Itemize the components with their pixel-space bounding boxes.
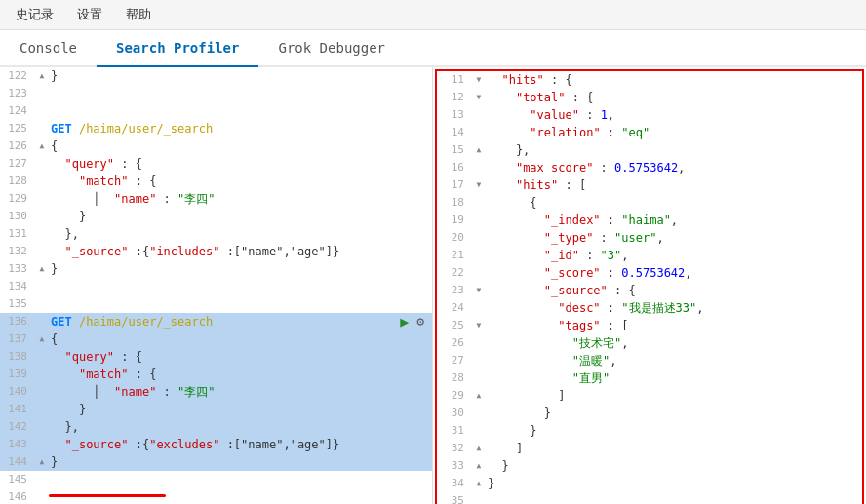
code-line: 135	[0, 295, 432, 313]
line-text: "query" : {	[49, 348, 432, 366]
line-text: "query" : {	[49, 155, 432, 173]
fold-marker[interactable]: ▼	[472, 176, 486, 194]
output-line: 14 "relation" : "eq"	[437, 124, 862, 141]
line-text: "温暖",	[486, 352, 862, 369]
code-line: 127 "query" : {	[0, 155, 432, 173]
code-line: 133▲}	[0, 260, 432, 278]
fold-marker[interactable]: ▲	[472, 141, 486, 159]
line-number: 23	[437, 282, 472, 299]
menu-help[interactable]: 帮助	[122, 4, 155, 25]
fold-marker[interactable]: ▲	[35, 260, 49, 278]
output-line: 25▼ "tags" : [	[437, 317, 862, 334]
fold-marker[interactable]: ▲	[35, 67, 49, 85]
line-text: "tags" : [	[486, 317, 862, 334]
code-line: 123	[0, 85, 432, 102]
line-number: 20	[437, 229, 472, 247]
fold-marker[interactable]: ▲	[472, 475, 486, 492]
wrench-icon[interactable]: ⚙	[416, 313, 424, 330]
output-line: 29▲ ]	[437, 387, 862, 405]
line-number: 145	[0, 471, 35, 488]
code-line: 143 "_source" :{"excludes" :["name","age…	[0, 436, 432, 453]
tab-search-profiler[interactable]: Search Profiler	[97, 30, 258, 65]
line-text: "_score" : 0.5753642,	[486, 264, 862, 282]
output-highlight-border: 11▼ "hits" : {12▼ "total" : {13 "value" …	[435, 69, 864, 504]
play-button[interactable]: ▶	[400, 313, 409, 330]
tab-console[interactable]: Console	[0, 30, 97, 65]
fold-marker[interactable]: ▲	[35, 137, 49, 155]
output-line: 33▲ }	[437, 457, 862, 475]
code-line: 145	[0, 471, 432, 488]
fold-marker[interactable]: ▲	[472, 457, 486, 475]
fold-marker[interactable]: ▲	[35, 453, 49, 471]
line-number: 17	[437, 176, 472, 194]
line-number: 141	[0, 401, 35, 418]
output-line: 16 "max_score" : 0.5753642,	[437, 159, 862, 176]
output-line: 27 "温暖",	[437, 352, 862, 369]
line-text: },	[49, 225, 432, 243]
output-panel: 11▼ "hits" : {12▼ "total" : {13 "value" …	[433, 67, 866, 504]
line-number: 143	[0, 436, 35, 453]
line-number: 12	[437, 89, 472, 106]
line-text: }	[49, 453, 432, 471]
line-number: 125	[0, 120, 35, 137]
line-text: │ "name" : "李四"	[49, 383, 432, 401]
code-line: 136GET /haima/user/_search▶⚙	[0, 313, 432, 330]
code-line: 134	[0, 278, 432, 295]
line-number: 129	[0, 190, 35, 208]
line-text: "直男"	[486, 369, 862, 387]
tab-grok-debugger[interactable]: Grok Debugger	[258, 30, 405, 65]
line-number: 135	[0, 295, 35, 313]
fold-marker[interactable]: ▲	[472, 387, 486, 405]
output-line: 19 "_index" : "haima",	[437, 212, 862, 229]
output-line: 32▲ ]	[437, 440, 862, 457]
line-number: 140	[0, 383, 35, 401]
fold-marker[interactable]: ▲	[472, 440, 486, 457]
line-text: "_source" :{"includes" :["name","age"]}	[49, 243, 432, 260]
fold-marker[interactable]: ▼	[472, 71, 486, 89]
code-line: 140 │ "name" : "李四"	[0, 383, 432, 401]
code-line: 139 "match" : {	[0, 366, 432, 383]
fold-marker[interactable]: ▼	[472, 317, 486, 334]
menu-settings[interactable]: 设置	[73, 4, 106, 25]
code-line: 137▲{	[0, 330, 432, 348]
line-text: "match" : {	[49, 173, 432, 190]
fold-marker[interactable]: ▼	[472, 89, 486, 106]
line-text: "_source" : {	[486, 282, 862, 299]
line-number: 30	[437, 405, 472, 422]
output-line: 35	[437, 492, 862, 504]
line-number: 21	[437, 247, 472, 264]
code-line: 132 "_source" :{"includes" :["name","age…	[0, 243, 432, 260]
output-line: 24 "desc" : "我是描述33",	[437, 299, 862, 317]
line-number: 11	[437, 71, 472, 89]
line-number: 123	[0, 85, 35, 102]
line-number: 31	[437, 422, 472, 440]
line-number: 130	[0, 208, 35, 225]
line-text: "hits" : {	[486, 71, 862, 89]
line-text: "hits" : [	[486, 176, 862, 194]
fold-marker[interactable]: ▼	[472, 282, 486, 299]
code-line: 138 "query" : {	[0, 348, 432, 366]
menu-history[interactable]: 史记录	[12, 4, 58, 25]
line-text: {	[49, 137, 432, 155]
tab-bar: Console Search Profiler Grok Debugger	[0, 30, 866, 67]
fold-marker[interactable]: ▲	[35, 330, 49, 348]
line-number: 29	[437, 387, 472, 405]
line-text: "value" : 1,	[486, 106, 862, 124]
code-editor[interactable]: 122▲}123124125GET /haima/user/_search126…	[0, 67, 432, 504]
line-number: 27	[437, 352, 472, 369]
line-text: }	[486, 422, 862, 440]
line-text: }	[49, 401, 432, 418]
line-number: 132	[0, 243, 35, 260]
line-text: }	[49, 67, 432, 85]
output-line: 21 "_id" : "3",	[437, 247, 862, 264]
menu-bar: 史记录 设置 帮助	[0, 0, 866, 30]
line-number: 35	[437, 492, 472, 504]
line-text: "total" : {	[486, 89, 862, 106]
line-text: {	[486, 194, 862, 212]
line-text: },	[49, 418, 432, 436]
line-number: 34	[437, 475, 472, 492]
line-text: },	[486, 141, 862, 159]
line-number: 122	[0, 67, 35, 85]
output-line: 11▼ "hits" : {	[437, 71, 862, 89]
output-line: 18 {	[437, 194, 862, 212]
